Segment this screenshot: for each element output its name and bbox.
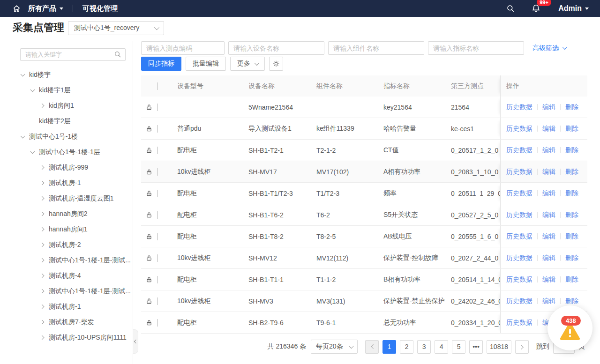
tree-chevron-icon[interactable]: [21, 134, 25, 139]
search-icon[interactable]: [506, 4, 515, 13]
lock-icon[interactable]: [146, 125, 152, 133]
tree-chevron-icon[interactable]: [40, 320, 45, 324]
tree-chevron-icon[interactable]: [40, 196, 45, 201]
history-data-link[interactable]: 历史数据: [506, 232, 532, 241]
row-checkbox[interactable]: [157, 254, 158, 262]
unlock-icon[interactable]: [146, 104, 152, 111]
lock-icon[interactable]: [146, 168, 152, 176]
page-button[interactable]: 1: [382, 340, 396, 354]
row-checkbox[interactable]: [157, 168, 158, 176]
history-data-link[interactable]: 历史数据: [506, 189, 532, 198]
edit-link[interactable]: 编辑: [542, 211, 555, 219]
metric-name-input[interactable]: [428, 41, 524, 55]
tree-chevron-icon[interactable]: [40, 212, 45, 216]
history-data-link[interactable]: 历史数据: [506, 319, 532, 327]
tree-item[interactable]: 测试机房-10-UPS房间1111: [13, 330, 133, 345]
tree-item[interactable]: hannah房间1: [13, 222, 133, 237]
tree-chevron-icon[interactable]: [40, 181, 45, 185]
sync-metrics-button[interactable]: 同步指标: [141, 57, 181, 71]
tree-item[interactable]: hannah房间2: [13, 206, 133, 222]
tree-item[interactable]: kid楼宇: [13, 67, 133, 82]
row-checkbox[interactable]: [157, 233, 158, 240]
delete-link[interactable]: 删除: [565, 254, 578, 262]
row-checkbox[interactable]: [157, 211, 158, 219]
delete-link[interactable]: 删除: [565, 189, 578, 198]
select-all-checkbox[interactable]: [157, 82, 158, 90]
row-checkbox[interactable]: [157, 276, 158, 283]
home-icon[interactable]: [13, 5, 21, 13]
tree-item[interactable]: 测试机房7-柴发: [13, 314, 133, 330]
unlock-icon[interactable]: [146, 276, 152, 283]
history-data-link[interactable]: 历史数据: [506, 125, 532, 133]
edit-link[interactable]: 编辑: [542, 146, 555, 155]
delete-link[interactable]: 删除: [565, 125, 578, 133]
tree-item[interactable]: 测试中心1号-1楼: [13, 129, 133, 144]
unlock-icon[interactable]: [146, 190, 152, 197]
delete-link[interactable]: 删除: [565, 103, 578, 111]
history-data-link[interactable]: 历史数据: [506, 254, 532, 262]
tree-search-input[interactable]: [20, 48, 126, 61]
history-data-link[interactable]: 历史数据: [506, 168, 532, 176]
tree-item[interactable]: 测试中心1号-1楼-1层-测试...: [13, 253, 133, 268]
row-checkbox[interactable]: [157, 147, 158, 154]
row-checkbox[interactable]: [157, 104, 158, 111]
point-code-input[interactable]: [141, 41, 225, 55]
advanced-filter-link[interactable]: 高级筛选: [532, 44, 566, 52]
row-checkbox[interactable]: [157, 297, 158, 305]
page-button[interactable]: 4: [435, 340, 448, 354]
delete-link[interactable]: 删除: [565, 297, 578, 305]
edit-link[interactable]: 编辑: [542, 103, 555, 111]
tree-item[interactable]: 测试机房-2: [13, 237, 133, 253]
tree-chevron-icon[interactable]: [40, 243, 45, 247]
tree-item[interactable]: 测试中心1号-1楼-1层-测试...: [13, 283, 133, 299]
row-checkbox[interactable]: [157, 319, 158, 327]
history-data-link[interactable]: 历史数据: [506, 103, 532, 111]
batch-edit-button[interactable]: 批量编辑: [186, 57, 226, 71]
next-page-button[interactable]: [515, 340, 529, 354]
tree-item[interactable]: kid房间1: [13, 98, 133, 113]
device-name-input[interactable]: [228, 41, 324, 55]
edit-link[interactable]: 编辑: [542, 125, 555, 133]
tree-chevron-icon[interactable]: [40, 258, 45, 262]
tree-chevron-icon[interactable]: [40, 227, 45, 231]
tree-item[interactable]: 测试机房-4: [13, 268, 133, 283]
last-page-button[interactable]: 10818: [487, 340, 511, 354]
unlock-icon[interactable]: [146, 319, 152, 327]
unlock-icon[interactable]: [146, 211, 152, 219]
edit-link[interactable]: 编辑: [542, 254, 555, 262]
delete-link[interactable]: 删除: [565, 232, 578, 241]
column-settings-button[interactable]: [269, 57, 283, 71]
tree-chevron-icon[interactable]: [40, 305, 45, 309]
page-button[interactable]: 2: [400, 340, 413, 354]
unlock-icon[interactable]: [146, 147, 152, 154]
delete-link[interactable]: 删除: [565, 146, 578, 155]
viz-management-link[interactable]: 可视化管理: [82, 4, 118, 13]
prev-page-button[interactable]: [365, 340, 379, 354]
page-button[interactable]: 5: [452, 340, 465, 354]
unlock-icon[interactable]: [146, 297, 152, 305]
admin-menu[interactable]: Admin: [558, 4, 589, 13]
collapse-sidebar-handle[interactable]: [133, 329, 138, 354]
delete-link[interactable]: 删除: [565, 211, 578, 219]
tree-item[interactable]: kid楼宇2层: [13, 113, 133, 129]
row-checkbox[interactable]: [157, 125, 158, 133]
page-size-select[interactable]: 每页20条: [311, 340, 358, 354]
component-name-input[interactable]: [328, 41, 424, 55]
tree-chevron-icon[interactable]: [21, 73, 25, 77]
history-data-link[interactable]: 历史数据: [506, 275, 532, 284]
tree-chevron-icon[interactable]: [40, 165, 45, 170]
search-icon[interactable]: [114, 51, 121, 59]
tree-chevron-icon[interactable]: [40, 289, 45, 293]
unlock-icon[interactable]: [146, 254, 152, 262]
tree-chevron-icon[interactable]: [40, 274, 45, 278]
page-button[interactable]: 3: [417, 340, 431, 354]
delete-link[interactable]: 删除: [565, 275, 578, 284]
row-checkbox[interactable]: [157, 190, 158, 197]
tree-chevron-icon[interactable]: [40, 104, 45, 108]
tree-item[interactable]: 测试中心1号-1楼-1层: [13, 144, 133, 160]
tree-item[interactable]: 测试机房-1: [13, 299, 133, 314]
tree-chevron-icon[interactable]: [30, 150, 35, 154]
tree-item[interactable]: kid楼宇1层: [13, 82, 133, 98]
tree-item[interactable]: 测试机房-1: [13, 175, 133, 191]
history-data-link[interactable]: 历史数据: [506, 211, 532, 219]
